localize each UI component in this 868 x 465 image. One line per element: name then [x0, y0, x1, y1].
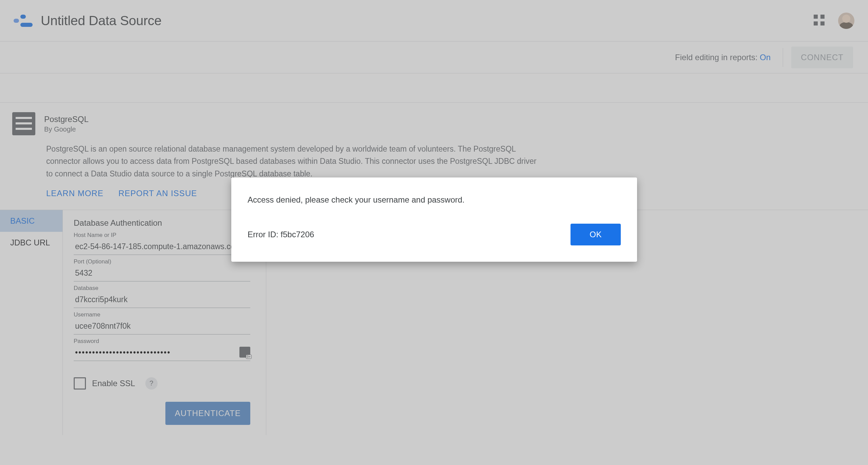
ok-button[interactable]: OK: [571, 224, 621, 245]
dialog-message: Access denied, please check your usernam…: [248, 194, 621, 206]
error-dialog: Access denied, please check your usernam…: [231, 177, 637, 262]
dialog-error-id: Error ID: f5bc7206: [248, 230, 314, 239]
